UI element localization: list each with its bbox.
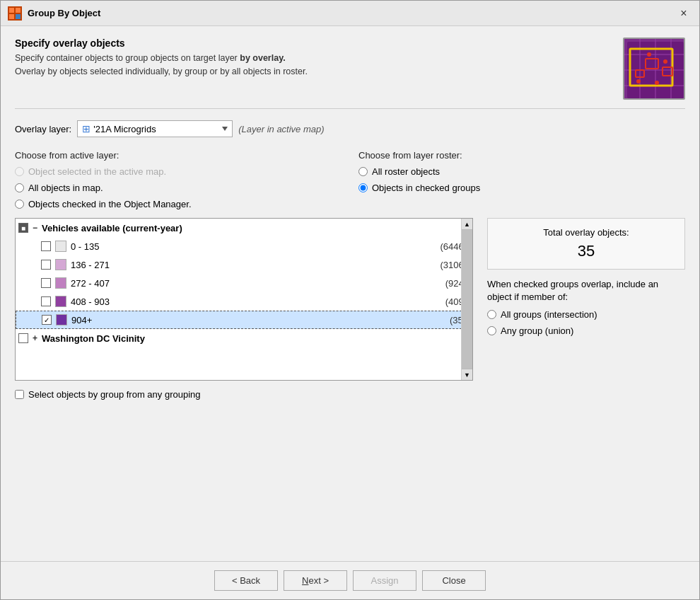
radio-object-selected-label: Object selected in the active map. bbox=[28, 166, 166, 177]
list-scrollable[interactable]: ■ − Vehicles available (current-year) 0 … bbox=[16, 219, 472, 380]
item-label-0-135: 0 - 135 bbox=[71, 241, 436, 252]
radio-union-input[interactable] bbox=[487, 326, 496, 335]
right-radio-group: All roster objects Objects in checked gr… bbox=[358, 166, 685, 193]
radio-all-roster[interactable]: All roster objects bbox=[358, 166, 685, 177]
right-radio-section: Choose from layer roster: All roster obj… bbox=[358, 150, 685, 209]
overlap-radio-group: All groups (intersection) Any group (uni… bbox=[487, 309, 685, 336]
assign-button-label: Assign bbox=[371, 575, 398, 586]
radio-checked-manager[interactable]: Objects checked in the Object Manager. bbox=[15, 199, 342, 209]
content-area: Specify overlay objects Specify containe… bbox=[1, 26, 699, 561]
next-button[interactable]: Next > bbox=[284, 570, 347, 591]
scroll-down-button[interactable]: ▼ bbox=[462, 369, 472, 380]
list-item[interactable]: 408 - 903 (409) bbox=[16, 292, 472, 311]
item-checkbox-0-135[interactable] bbox=[41, 241, 51, 251]
total-overlay-objects-box: Total overlay objects: 35 bbox=[487, 218, 685, 270]
radio-all-roster-input[interactable] bbox=[358, 167, 368, 176]
scrollbar-thumb[interactable] bbox=[462, 230, 472, 369]
overlay-layer-dropdown[interactable]: ⊞ '21A Microgrids bbox=[77, 120, 233, 137]
select-by-group-row[interactable]: Select objects by group from any groupin… bbox=[15, 389, 685, 400]
total-label: Total overlay objects: bbox=[496, 227, 676, 238]
header-svg bbox=[624, 39, 685, 100]
radio-checked-groups-label: Objects in checked groups bbox=[372, 183, 480, 193]
svg-rect-2 bbox=[16, 8, 21, 13]
overlap-section: When checked groups overlap, include an … bbox=[487, 278, 685, 336]
color-swatch bbox=[56, 314, 67, 325]
item-checkbox-904plus[interactable]: ✓ bbox=[42, 315, 52, 325]
radio-all-roster-label: All roster objects bbox=[372, 166, 440, 177]
list-item[interactable]: 272 - 407 (924) bbox=[16, 274, 472, 292]
overlap-description: When checked groups overlap, include an … bbox=[487, 278, 685, 304]
list-item[interactable]: ✓ 904+ (35) bbox=[16, 311, 472, 329]
svg-point-20 bbox=[655, 81, 659, 85]
item-label-408-903: 408 - 903 bbox=[71, 296, 441, 307]
item-label-136-271: 136 - 271 bbox=[71, 260, 436, 270]
header-section: Specify overlay objects Specify containe… bbox=[15, 38, 685, 109]
radio-intersection[interactable]: All groups (intersection) bbox=[487, 309, 685, 320]
item-checkbox-dc[interactable] bbox=[18, 333, 28, 343]
total-value: 35 bbox=[496, 242, 676, 260]
radio-checked-manager-label: Objects checked in the Object Manager. bbox=[28, 199, 192, 209]
list-item[interactable]: + Washington DC Vicinity bbox=[16, 329, 472, 347]
expand-icon[interactable]: + bbox=[33, 333, 37, 343]
radio-intersection-label: All groups (intersection) bbox=[501, 309, 597, 320]
grid-icon: ⊞ bbox=[82, 123, 91, 134]
radio-union[interactable]: Any group (union) bbox=[487, 325, 685, 336]
layer-note: (Layer in active map) bbox=[238, 124, 324, 134]
radio-intersection-input[interactable] bbox=[487, 310, 496, 319]
left-radio-group: Object selected in the active map. All o… bbox=[15, 166, 342, 209]
radio-all-map-label: All objects in map. bbox=[28, 183, 103, 193]
close-button[interactable]: Close bbox=[422, 570, 486, 591]
title-bar: Group By Object × bbox=[1, 1, 699, 26]
svg-rect-3 bbox=[9, 14, 14, 19]
item-label-904plus: 904+ bbox=[71, 315, 445, 325]
select-by-group-label: Select objects by group from any groupin… bbox=[28, 389, 201, 400]
color-swatch bbox=[55, 259, 66, 270]
item-checkbox-408-903[interactable] bbox=[41, 296, 51, 306]
svg-rect-4 bbox=[16, 14, 21, 19]
title-bar-left: Group By Object bbox=[8, 6, 100, 21]
list-item[interactable]: 136 - 271 (3106) bbox=[16, 255, 472, 274]
close-window-button[interactable]: × bbox=[675, 5, 692, 22]
radio-union-label: Any group (union) bbox=[501, 325, 573, 336]
left-section-title: Choose from active layer: bbox=[15, 150, 342, 161]
radio-columns: Choose from active layer: Object selecte… bbox=[15, 150, 685, 209]
item-checkbox-vehicles[interactable]: ■ bbox=[18, 223, 28, 233]
item-label-272-407: 272 - 407 bbox=[71, 278, 441, 289]
svg-point-18 bbox=[663, 59, 667, 64]
item-label-vehicles: Vehicles available (current-year) bbox=[42, 223, 469, 233]
item-label-dc: Washington DC Vicinity bbox=[42, 333, 469, 344]
svg-point-17 bbox=[647, 52, 651, 57]
color-swatch bbox=[55, 241, 66, 252]
app-icon bbox=[8, 6, 22, 21]
radio-object-selected[interactable]: Object selected in the active map. bbox=[15, 166, 342, 177]
list-item[interactable]: ■ − Vehicles available (current-year) bbox=[16, 219, 472, 237]
overlay-layer-row: Overlay layer: ⊞ '21A Microgrids (Layer … bbox=[15, 120, 685, 137]
scrollbar[interactable]: ▲ ▼ bbox=[461, 219, 472, 380]
header-description: Specify container objects to group objec… bbox=[15, 52, 308, 79]
radio-checked-groups-input[interactable] bbox=[358, 183, 368, 192]
color-swatch bbox=[55, 296, 66, 307]
scroll-up-button[interactable]: ▲ bbox=[462, 219, 472, 230]
window-title: Group By Object bbox=[28, 8, 100, 18]
collapse-icon[interactable]: − bbox=[33, 223, 37, 233]
radio-all-map-input[interactable] bbox=[15, 183, 24, 192]
right-section-title: Choose from layer roster: bbox=[358, 150, 685, 161]
dialog-window: Group By Object × Specify overlay object… bbox=[0, 0, 700, 600]
radio-checked-manager-input[interactable] bbox=[15, 200, 24, 209]
svg-point-19 bbox=[636, 79, 641, 83]
list-panel-container: ■ − Vehicles available (current-year) 0 … bbox=[15, 218, 685, 381]
dropdown-arrow-icon bbox=[222, 127, 228, 131]
back-button[interactable]: < Back bbox=[214, 570, 278, 591]
radio-object-selected-input[interactable] bbox=[15, 167, 24, 176]
radio-all-map[interactable]: All objects in map. bbox=[15, 183, 342, 193]
assign-button[interactable]: Assign bbox=[353, 570, 416, 591]
item-checkbox-136-271[interactable] bbox=[41, 260, 51, 270]
list-item[interactable]: 0 - 135 (6446) bbox=[16, 237, 472, 255]
radio-checked-groups[interactable]: Objects in checked groups bbox=[358, 183, 685, 193]
item-checkbox-272-407[interactable] bbox=[41, 278, 51, 288]
color-swatch bbox=[55, 277, 66, 289]
svg-rect-1 bbox=[9, 8, 14, 13]
select-by-group-checkbox[interactable] bbox=[15, 390, 24, 399]
list-panel: ■ − Vehicles available (current-year) 0 … bbox=[15, 218, 473, 381]
header-image bbox=[623, 38, 685, 100]
